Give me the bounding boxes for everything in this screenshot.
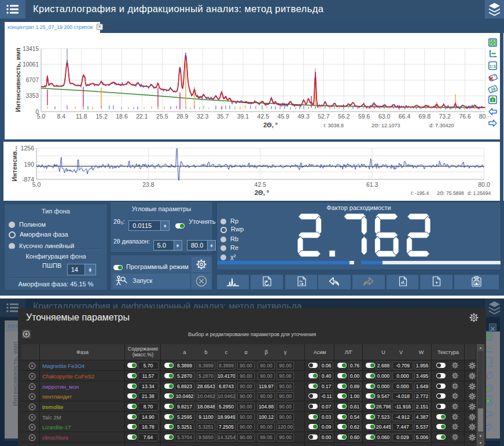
svg-text:2Θ: 12.1073: 2Θ: 12.1073 <box>371 123 400 128</box>
svg-text:d: 7.30420: d: 7.30420 <box>429 123 454 128</box>
svg-text:11.8: 11.8 <box>76 113 87 120</box>
svg-text:25.5: 25.5 <box>156 113 168 120</box>
svg-text:6707: 6707 <box>26 77 39 83</box>
svg-text:2Θ, °: 2Θ, ° <box>263 121 278 128</box>
svg-text:1:1: 1:1 <box>490 64 496 69</box>
svg-text:80.0: 80.0 <box>478 181 490 188</box>
svg-text:59.6: 59.6 <box>358 113 370 120</box>
svg-text:13415: 13415 <box>23 46 39 52</box>
svg-text:61.3: 61.3 <box>366 181 378 188</box>
svg-text:42.5: 42.5 <box>255 181 267 188</box>
svg-text:15.2: 15.2 <box>95 113 108 120</box>
svg-text:190: 190 <box>24 161 34 168</box>
svg-text:80.··: 80.·· <box>479 113 492 120</box>
svg-text:2Θ, °: 2Θ, ° <box>255 189 269 196</box>
svg-text:I: 3038.8: I: 3038.8 <box>323 123 344 128</box>
svg-text:2θ: 2θ <box>490 86 496 93</box>
svg-text:52.7: 52.7 <box>318 113 330 120</box>
svg-text:35.7: 35.7 <box>217 113 229 120</box>
svg-text:69.8: 69.8 <box>419 113 431 120</box>
svg-text:56.2: 56.2 <box>338 113 350 120</box>
svg-text:45.9: 45.9 <box>277 113 289 120</box>
svg-text:76.6: 76.6 <box>459 113 471 120</box>
svg-text:66.4: 66.4 <box>399 113 411 120</box>
svg-text:23.8: 23.8 <box>142 181 154 188</box>
svg-text:49.3: 49.3 <box>297 113 310 120</box>
svg-text:d: 1.25694: d: 1.25694 <box>468 190 491 196</box>
svg-text:Интенсивность, имп: Интенсивность, имп <box>14 47 21 112</box>
svg-text:8.4: 8.4 <box>57 113 66 120</box>
svg-text:28.9: 28.9 <box>176 113 189 120</box>
svg-text:32.3: 32.3 <box>197 113 209 120</box>
svg-text:2θ: 2θ <box>485 385 492 392</box>
svg-text:2Θ: 75.5898: 2Θ: 75.5898 <box>437 190 464 196</box>
svg-text:5.0: 5.0 <box>32 181 41 188</box>
svg-text:73.2: 73.2 <box>439 113 451 120</box>
svg-text:22.1: 22.1 <box>136 113 148 120</box>
svg-text:39.1: 39.1 <box>237 113 249 120</box>
svg-text:5.0: 5.0 <box>37 113 46 120</box>
svg-text:63.0: 63.0 <box>378 113 391 120</box>
svg-text:I: -195.4: I: -195.4 <box>411 190 429 196</box>
svg-text:Интенсив...: Интенсив... <box>11 146 18 182</box>
svg-text:10061: 10061 <box>23 61 39 68</box>
svg-text:18.6: 18.6 <box>116 113 128 120</box>
svg-text:3353: 3353 <box>26 93 39 99</box>
svg-text:42.5: 42.5 <box>257 113 270 120</box>
svg-text:1256: 1256 <box>21 145 35 152</box>
svg-text:rie: rie <box>299 279 303 282</box>
